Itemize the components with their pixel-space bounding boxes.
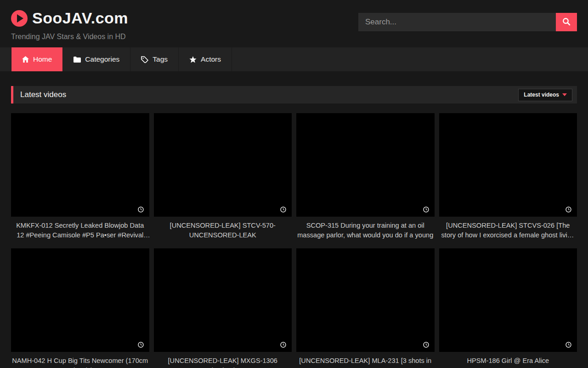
nav-label: Home	[33, 55, 52, 63]
search-icon	[562, 17, 571, 27]
video-thumbnail[interactable]	[154, 248, 292, 352]
nav-label: Tags	[153, 55, 168, 63]
video-card: SCOP-315 During your training at an oil …	[296, 113, 435, 240]
clock-icon	[423, 342, 429, 348]
video-title[interactable]: SCOP-315 During your training at an oil …	[296, 221, 435, 240]
video-card: NAMH-042 H Cup Big Tits Newcomer (170cm …	[11, 248, 149, 368]
nav-item-actors[interactable]: Actors	[179, 47, 232, 71]
nav-label: Categories	[85, 55, 119, 63]
clock-icon	[280, 342, 286, 348]
sort-dropdown-label: Latest videos	[524, 92, 559, 98]
video-title[interactable]: HPSM-186 Girl @ Era Alice	[439, 356, 577, 366]
search-input[interactable]	[358, 13, 556, 31]
site-title: SooJAV.com	[32, 9, 128, 27]
search-button[interactable]	[556, 13, 577, 31]
logo[interactable]: SooJAV.com Trending JAV Stars & Videos i…	[11, 9, 128, 41]
search-form	[358, 13, 577, 31]
home-icon	[22, 56, 29, 63]
video-card: HPSM-186 Girl @ Era Alice	[439, 248, 577, 368]
sort-dropdown-button[interactable]: Latest videos	[518, 89, 572, 101]
clock-icon	[565, 342, 571, 348]
video-title[interactable]: [UNCENSORED-LEAK] STCV-570-UNCENSORED-LE…	[154, 221, 292, 240]
video-card: KMKFX-012 Secretly Leaked Blowjob Data 1…	[11, 113, 149, 240]
clock-icon	[280, 207, 286, 213]
video-title[interactable]: [UNCENSORED-LEAK] MLA-231 [3 shots in	[296, 356, 435, 366]
site-tagline: Trending JAV Stars & Videos in HD	[11, 33, 128, 41]
video-title[interactable]: [UNCENSORED-LEAK] STCVS-026 [The story o…	[439, 221, 577, 240]
nav-item-home[interactable]: Home	[11, 47, 63, 71]
video-thumbnail[interactable]	[11, 248, 149, 352]
clock-icon	[423, 207, 429, 213]
nav-item-categories[interactable]: Categories	[63, 47, 130, 71]
clock-icon	[565, 207, 571, 213]
chevron-down-icon	[562, 93, 567, 96]
site-header: SooJAV.com Trending JAV Stars & Videos i…	[0, 0, 588, 47]
video-card: [UNCENSORED-LEAK] STCVS-026 [The story o…	[439, 113, 577, 240]
video-title[interactable]: KMKFX-012 Secretly Leaked Blowjob Data 1…	[11, 221, 149, 240]
nav-label: Actors	[201, 55, 221, 63]
video-thumbnail[interactable]	[296, 248, 435, 352]
video-card: [UNCENSORED-LEAK] MLA-231 [3 shots in	[296, 248, 435, 368]
video-thumbnail[interactable]	[154, 113, 292, 217]
video-grid: KMKFX-012 Secretly Leaked Blowjob Data 1…	[11, 113, 577, 368]
clock-icon	[138, 207, 144, 213]
main-content: Latest videos Latest videos KMK	[0, 86, 588, 368]
nav-item-tags[interactable]: Tags	[130, 47, 179, 71]
star-icon	[189, 56, 197, 63]
play-icon	[11, 10, 28, 27]
video-title[interactable]: NAMH-042 H Cup Big Tits Newcomer (170cm …	[11, 356, 149, 368]
video-thumbnail[interactable]	[439, 248, 577, 352]
section-header: Latest videos Latest videos	[11, 86, 577, 104]
video-thumbnail[interactable]	[296, 113, 435, 217]
clock-icon	[138, 342, 144, 348]
video-thumbnail[interactable]	[11, 113, 149, 217]
folder-icon	[74, 57, 81, 63]
video-title[interactable]: [UNCENSORED-LEAK] MXGS-1306 Absolutely	[154, 356, 292, 368]
tag-icon	[141, 56, 148, 63]
main-nav: Home Categories Tags	[0, 47, 588, 71]
video-thumbnail[interactable]	[439, 113, 577, 217]
video-card: [UNCENSORED-LEAK] STCV-570-UNCENSORED-LE…	[154, 113, 292, 240]
video-card: [UNCENSORED-LEAK] MXGS-1306 Absolutely	[154, 248, 292, 368]
section-title: Latest videos	[20, 90, 66, 99]
